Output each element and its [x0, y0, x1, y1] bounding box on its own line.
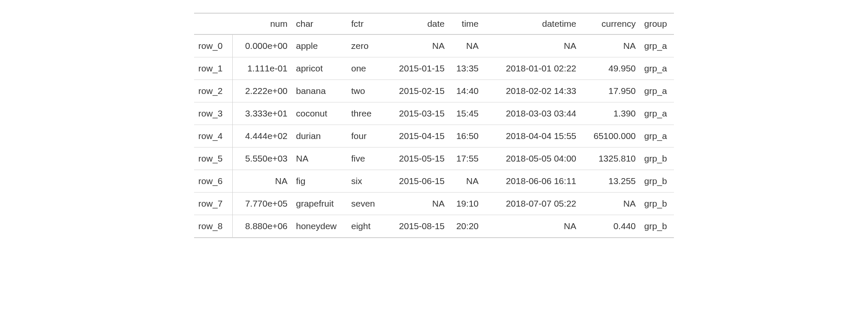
table-row: row_88.880e+06honeydeweight2015-08-1520:…	[194, 215, 674, 238]
cell-time: 17:55	[449, 148, 483, 170]
row-stub: row_0	[194, 34, 232, 57]
cell-char: fig	[292, 170, 347, 193]
cell-num: 8.880e+06	[232, 215, 292, 238]
row-stub: row_4	[194, 125, 232, 148]
cell-time: 14:40	[449, 80, 483, 102]
data-table: num char fctr date time datetime currenc…	[194, 13, 674, 238]
header-row: num char fctr date time datetime currenc…	[194, 13, 674, 34]
table-row: row_55.550e+03NAfive2015-05-1517:552018-…	[194, 148, 674, 170]
cell-group: grp_a	[640, 34, 674, 57]
table-body: row_00.000e+00applezeroNANANANAgrp_arow_…	[194, 34, 674, 238]
row-stub: row_7	[194, 193, 232, 215]
cell-char: grapefruit	[292, 193, 347, 215]
table-row: row_33.333e+01coconutthree2015-03-1515:4…	[194, 102, 674, 125]
cell-datetime: NA	[483, 34, 581, 57]
cell-num: 2.222e+00	[232, 80, 292, 102]
cell-char: banana	[292, 80, 347, 102]
header-date: date	[385, 13, 449, 34]
cell-date: 2015-06-15	[385, 170, 449, 193]
cell-group: grp_a	[640, 125, 674, 148]
cell-num: 4.444e+02	[232, 125, 292, 148]
cell-date: NA	[385, 34, 449, 57]
cell-datetime: 2018-07-07 05:22	[483, 193, 581, 215]
cell-group: grp_b	[640, 170, 674, 193]
cell-datetime: 2018-05-05 04:00	[483, 148, 581, 170]
cell-datetime: 2018-02-02 14:33	[483, 80, 581, 102]
cell-group: grp_a	[640, 80, 674, 102]
cell-time: 20:20	[449, 215, 483, 238]
cell-char: apple	[292, 34, 347, 57]
cell-fctr: five	[347, 148, 385, 170]
cell-group: grp_b	[640, 148, 674, 170]
cell-date: 2015-08-15	[385, 215, 449, 238]
cell-num: 1.111e-01	[232, 57, 292, 80]
cell-time: 13:35	[449, 57, 483, 80]
cell-currency: 13.255	[581, 170, 640, 193]
header-stub	[194, 13, 232, 34]
cell-char: apricot	[292, 57, 347, 80]
cell-time: 15:45	[449, 102, 483, 125]
cell-fctr: two	[347, 80, 385, 102]
cell-num: 5.550e+03	[232, 148, 292, 170]
cell-char: NA	[292, 148, 347, 170]
table-row: row_11.111e-01apricotone2015-01-1513:352…	[194, 57, 674, 80]
data-table-container: num char fctr date time datetime currenc…	[194, 13, 674, 238]
cell-currency: 65100.000	[581, 125, 640, 148]
cell-date: 2015-02-15	[385, 80, 449, 102]
cell-fctr: one	[347, 57, 385, 80]
cell-fctr: six	[347, 170, 385, 193]
cell-time: 19:10	[449, 193, 483, 215]
cell-fctr: seven	[347, 193, 385, 215]
cell-currency: 1.390	[581, 102, 640, 125]
header-group: group	[640, 13, 674, 34]
cell-char: durian	[292, 125, 347, 148]
cell-char: honeydew	[292, 215, 347, 238]
cell-num: 0.000e+00	[232, 34, 292, 57]
cell-time: NA	[449, 34, 483, 57]
row-stub: row_5	[194, 148, 232, 170]
row-stub: row_6	[194, 170, 232, 193]
cell-fctr: zero	[347, 34, 385, 57]
header-time: time	[449, 13, 483, 34]
cell-currency: NA	[581, 193, 640, 215]
row-stub: row_2	[194, 80, 232, 102]
cell-date: NA	[385, 193, 449, 215]
cell-currency: 17.950	[581, 80, 640, 102]
header-num: num	[232, 13, 292, 34]
row-stub: row_1	[194, 57, 232, 80]
table-head: num char fctr date time datetime currenc…	[194, 13, 674, 34]
header-fctr: fctr	[347, 13, 385, 34]
cell-datetime: 2018-04-04 15:55	[483, 125, 581, 148]
cell-currency: 0.440	[581, 215, 640, 238]
cell-time: 16:50	[449, 125, 483, 148]
cell-group: grp_a	[640, 57, 674, 80]
cell-currency: 49.950	[581, 57, 640, 80]
cell-datetime: 2018-01-01 02:22	[483, 57, 581, 80]
header-datetime: datetime	[483, 13, 581, 34]
row-stub: row_3	[194, 102, 232, 125]
cell-datetime: 2018-03-03 03:44	[483, 102, 581, 125]
cell-currency: NA	[581, 34, 640, 57]
table-row: row_77.770e+05grapefruitsevenNA19:102018…	[194, 193, 674, 215]
header-char: char	[292, 13, 347, 34]
cell-time: NA	[449, 170, 483, 193]
cell-date: 2015-04-15	[385, 125, 449, 148]
cell-fctr: three	[347, 102, 385, 125]
cell-num: 3.333e+01	[232, 102, 292, 125]
cell-num: 7.770e+05	[232, 193, 292, 215]
cell-datetime: 2018-06-06 16:11	[483, 170, 581, 193]
cell-date: 2015-03-15	[385, 102, 449, 125]
table-row: row_00.000e+00applezeroNANANANAgrp_a	[194, 34, 674, 57]
cell-char: coconut	[292, 102, 347, 125]
table-row: row_6NAfigsix2015-06-15NA2018-06-06 16:1…	[194, 170, 674, 193]
table-row: row_44.444e+02durianfour2015-04-1516:502…	[194, 125, 674, 148]
cell-currency: 1325.810	[581, 148, 640, 170]
cell-group: grp_a	[640, 102, 674, 125]
cell-num: NA	[232, 170, 292, 193]
cell-datetime: NA	[483, 215, 581, 238]
cell-fctr: eight	[347, 215, 385, 238]
table-row: row_22.222e+00bananatwo2015-02-1514:4020…	[194, 80, 674, 102]
row-stub: row_8	[194, 215, 232, 238]
cell-group: grp_b	[640, 193, 674, 215]
header-currency: currency	[581, 13, 640, 34]
